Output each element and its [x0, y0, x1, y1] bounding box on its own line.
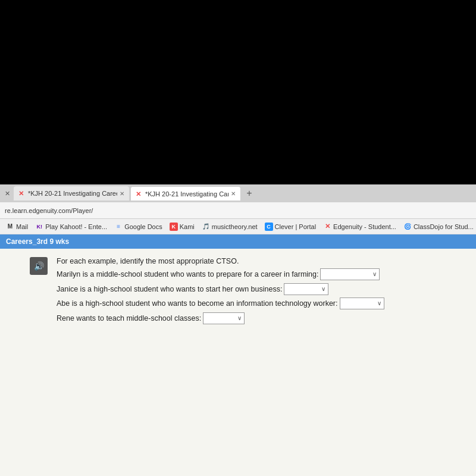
tab-favicon-active: ✕: [136, 190, 143, 198]
dropdown-row-4-arrow: ∨: [237, 313, 242, 324]
bookmark-mail[interactable]: M Mail: [4, 221, 30, 232]
tab-favicon-x: ✕: [18, 190, 26, 197]
bookmark-musictheory-label: musictheory.net: [212, 223, 258, 230]
address-bar[interactable]: re.learn.edgenuity.com/Player/: [0, 202, 476, 219]
bookmark-kami-label: Kami: [180, 223, 195, 230]
bookmark-classdojo-label: ClassDojo for Stud...: [414, 223, 474, 230]
tab-inactive[interactable]: ✕ *KJH 20-21 Investigating Caree ✕: [14, 186, 129, 201]
page-header-title: Careers_3rd 9 wks: [6, 237, 69, 246]
question-intro: For each example, identify the most appr…: [57, 257, 384, 265]
bookmark-kami[interactable]: K Kami: [167, 221, 197, 232]
bookmark-clever-label: Clever | Portal: [275, 223, 317, 230]
googledocs-icon: ≡: [114, 223, 123, 231]
question-row-3: Abe is a high-school student who wants t…: [57, 297, 384, 311]
bookmark-kahoot[interactable]: K! Play Kahoot! - Ente...: [33, 221, 109, 232]
bookmarks-bar: M Mail K! Play Kahoot! - Ente... ≡ Googl…: [0, 219, 476, 234]
question-row-4-text: Rene wants to teach middle-school classe…: [57, 312, 201, 325]
dropdown-row-1[interactable]: ∨: [320, 268, 380, 280]
tab-label-active: *KJH 20-21 Investigating Caree: [145, 190, 228, 198]
question-row-1-text: Marilyn is a middle-school student who w…: [57, 268, 318, 281]
bookmark-edgenuity[interactable]: ✕ Edgenuity - Student...: [321, 221, 399, 232]
audio-button[interactable]: 🔊: [30, 257, 48, 275]
musictheory-icon: 🎵: [202, 223, 210, 231]
kami-icon: K: [170, 223, 178, 231]
bookmark-mail-label: Mail: [16, 223, 28, 230]
question-row-4: Rene wants to teach middle-school classe…: [57, 312, 384, 325]
bookmark-clever[interactable]: C Clever | Portal: [262, 221, 319, 232]
classdojo-icon: 🌀: [403, 223, 412, 231]
tab-bar: ✕ ✕ *KJH 20-21 Investigating Caree ✕ ✕ *…: [0, 184, 476, 202]
kahoot-icon: K!: [35, 223, 43, 231]
question-block: For each example, identify the most appr…: [57, 257, 384, 326]
page-content: 🔊 For each example, identify the most ap…: [0, 249, 476, 427]
clever-icon: C: [265, 223, 273, 231]
address-text: re.learn.edgenuity.com/Player/: [5, 207, 93, 214]
dropdown-row-4[interactable]: ∨: [203, 312, 245, 324]
dropdown-row-2-arrow: ∨: [321, 284, 325, 295]
bookmark-edgenuity-label: Edgenuity - Student...: [333, 223, 396, 230]
dropdown-row-1-arrow: ∨: [372, 269, 377, 280]
edgenuity-icon: ✕: [323, 223, 331, 231]
bookmark-googledocs[interactable]: ≡ Google Docs: [112, 221, 165, 232]
mail-icon: M: [6, 223, 14, 231]
new-tab-button[interactable]: +: [242, 186, 256, 201]
browser-close-x[interactable]: ✕: [2, 190, 12, 198]
rest-area: [0, 427, 476, 476]
question-row-2-text: Janice is a high-school student who want…: [57, 283, 282, 296]
question-row-2: Janice is a high-school student who want…: [57, 283, 384, 296]
dropdown-row-2[interactable]: ∨: [284, 283, 328, 295]
bookmark-kahoot-label: Play Kahoot! - Ente...: [45, 223, 107, 230]
dropdown-row-3[interactable]: ∨: [340, 298, 384, 309]
question-row-3-text: Abe is a high-school student who wants t…: [57, 297, 338, 311]
tab-label-inactive: *KJH 20-21 Investigating Caree: [28, 190, 117, 197]
tab-close-icon-active[interactable]: ✕: [231, 190, 236, 197]
tab-close-icon-inactive[interactable]: ✕: [120, 190, 124, 197]
tab-active[interactable]: ✕ *KJH 20-21 Investigating Caree ✕: [130, 186, 241, 201]
bookmark-classdojo[interactable]: 🌀 ClassDojo for Stud...: [401, 221, 476, 232]
question-row-1: Marilyn is a middle-school student who w…: [57, 268, 384, 281]
black-background: [0, 0, 476, 184]
bookmark-googledocs-label: Google Docs: [124, 223, 162, 230]
dropdown-row-3-arrow: ∨: [377, 298, 381, 309]
page-header: Careers_3rd 9 wks: [0, 234, 476, 249]
browser-chrome: ✕ ✕ *KJH 20-21 Investigating Caree ✕ ✕ *…: [0, 184, 476, 234]
bookmark-musictheory[interactable]: 🎵 musictheory.net: [199, 221, 260, 232]
